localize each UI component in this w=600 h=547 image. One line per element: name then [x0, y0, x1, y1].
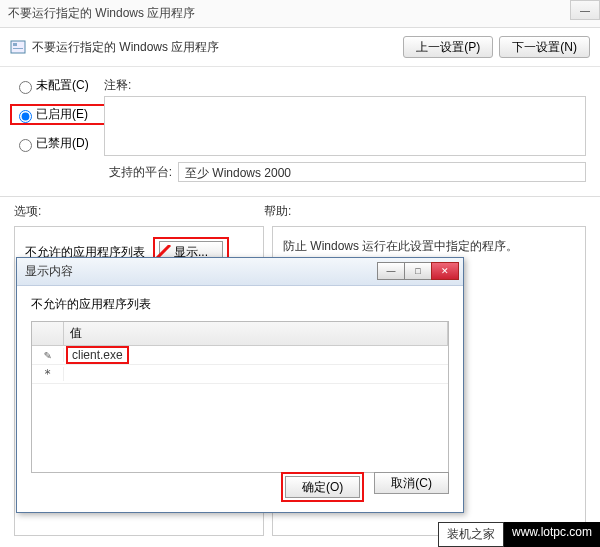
svg-rect-1: [13, 43, 17, 46]
radio-enabled[interactable]: 已启用(E): [10, 104, 108, 125]
ok-button[interactable]: 确定(O): [285, 476, 360, 498]
row-new-icon: *: [32, 367, 64, 381]
svg-rect-0: [11, 41, 25, 53]
platform-label: 支持的平台:: [104, 164, 172, 181]
radio-enabled-input[interactable]: [19, 110, 32, 123]
radio-not-configured-input[interactable]: [19, 81, 32, 94]
window-title: 不要运行指定的 Windows 应用程序: [8, 5, 195, 22]
ok-button-highlight: 确定(O): [281, 472, 364, 502]
cancel-button[interactable]: 取消(C): [374, 472, 449, 494]
dialog-window-controls: — □ ✕: [378, 262, 459, 280]
show-contents-dialog: 显示内容 — □ ✕ 不允许的应用程序列表 值 ✎ client.exe *: [16, 257, 464, 513]
value-grid[interactable]: 值 ✎ client.exe *: [31, 321, 449, 473]
radio-not-configured[interactable]: 未配置(C): [14, 77, 104, 94]
watermark: 装机之家 www.lotpc.com: [438, 522, 600, 547]
svg-rect-2: [13, 48, 23, 49]
separator: [0, 196, 600, 197]
row-edit-icon: ✎: [32, 348, 64, 362]
radio-enabled-label: 已启用(E): [36, 106, 88, 123]
radio-disabled-label: 已禁用(D): [36, 135, 89, 152]
dialog-body: 不允许的应用程序列表 值 ✎ client.exe *: [17, 286, 463, 483]
minimize-button[interactable]: —: [570, 0, 600, 20]
options-label: 选项:: [14, 203, 264, 220]
cell-value-highlight: client.exe: [66, 346, 129, 364]
dialog-title: 显示内容: [25, 263, 73, 280]
previous-setting-button[interactable]: 上一设置(P): [403, 36, 493, 58]
dialog-footer: 确定(O) 取消(C): [281, 472, 449, 502]
radio-disabled[interactable]: 已禁用(D): [14, 135, 104, 152]
grid-row[interactable]: ✎ client.exe: [32, 346, 448, 365]
state-radio-group: 未配置(C) 已启用(E) 已禁用(D): [14, 77, 104, 164]
comment-label: 注释:: [104, 78, 131, 92]
dialog-close-button[interactable]: ✕: [431, 262, 459, 280]
grid-header-value: 值: [64, 322, 448, 345]
platform-value: 至少 Windows 2000: [178, 162, 586, 182]
policy-heading: 不要运行指定的 Windows 应用程序: [32, 39, 397, 56]
grid-row[interactable]: *: [32, 365, 448, 384]
watermark-brand: 装机之家: [438, 522, 504, 547]
section-labels: 选项: 帮助:: [0, 203, 600, 220]
dialog-titlebar: 显示内容 — □ ✕: [17, 258, 463, 286]
next-setting-button[interactable]: 下一设置(N): [499, 36, 590, 58]
help-line: 防止 Windows 运行在此设置中指定的程序。: [283, 237, 575, 256]
dialog-maximize-button[interactable]: □: [404, 262, 432, 280]
policy-icon: [10, 39, 26, 55]
comment-textarea[interactable]: [104, 96, 586, 156]
radio-disabled-input[interactable]: [19, 139, 32, 152]
radio-not-configured-label: 未配置(C): [36, 77, 89, 94]
policy-header: 不要运行指定的 Windows 应用程序 上一设置(P) 下一设置(N): [0, 28, 600, 67]
grid-cell[interactable]: client.exe: [64, 348, 448, 362]
window-titlebar: 不要运行指定的 Windows 应用程序 —: [0, 0, 600, 28]
help-label: 帮助:: [264, 203, 291, 220]
dialog-minimize-button[interactable]: —: [377, 262, 405, 280]
dialog-subheading: 不允许的应用程序列表: [31, 296, 449, 313]
grid-header: 值: [32, 322, 448, 346]
watermark-url: www.lotpc.com: [504, 522, 600, 547]
grid-header-rownum: [32, 322, 64, 345]
policy-body: 未配置(C) 已启用(E) 已禁用(D) 注释: 支持的平台: 至少 Windo…: [0, 67, 600, 182]
window-controls: —: [571, 0, 600, 20]
